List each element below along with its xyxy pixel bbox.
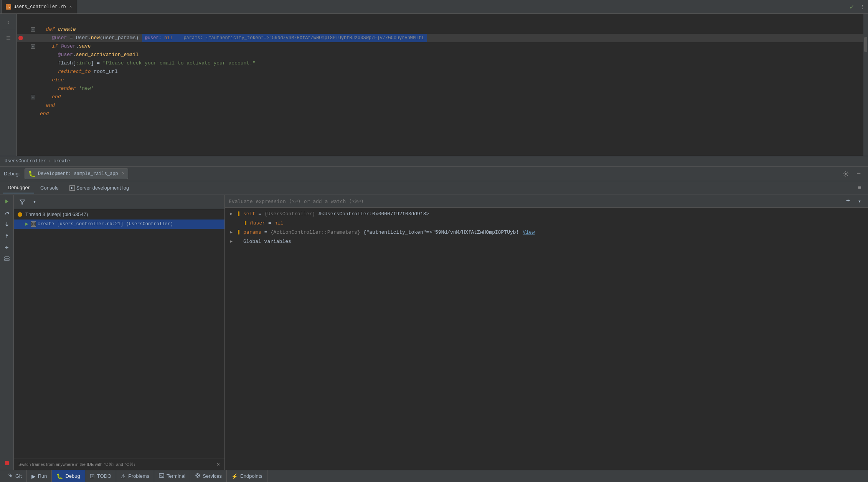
session-name: Development: sample_rails_app bbox=[38, 171, 118, 177]
debug-session-tab[interactable]: 🐛 Development: sample_rails_app × bbox=[25, 168, 128, 179]
vcs-icon[interactable]: ↕ bbox=[3, 17, 14, 28]
code-text: redirect_to root_url bbox=[34, 68, 868, 76]
var-eq: = bbox=[258, 211, 261, 217]
eval-add-button[interactable]: + bbox=[843, 196, 853, 206]
breadcrumb-bar: UsersController › create bbox=[0, 156, 868, 167]
status-git[interactable]: Git bbox=[3, 470, 27, 482]
debug-toolbar: Debug: 🐛 Development: sample_rails_app ×… bbox=[0, 167, 868, 181]
step-into-icon[interactable] bbox=[2, 220, 12, 229]
tab-close-button[interactable]: × bbox=[68, 4, 73, 10]
switch-frames-notice: Switch frames from anywhere in the IDE w… bbox=[14, 459, 224, 470]
thread-status-dot bbox=[18, 212, 22, 217]
var-type-icon bbox=[236, 211, 242, 216]
frame-item[interactable]: create [users_controller.rb:21] (UsersCo… bbox=[14, 220, 224, 229]
debug-minimize-button[interactable]: − bbox=[853, 168, 864, 179]
tab-bar-actions: ✓ bbox=[850, 3, 857, 11]
line-gutter: − bbox=[17, 93, 34, 101]
run-to-cursor-icon[interactable] bbox=[2, 243, 12, 253]
stop-icon[interactable] bbox=[2, 458, 12, 468]
step-over-icon[interactable] bbox=[2, 208, 12, 218]
tab-list-icon[interactable]: ≡ bbox=[854, 183, 865, 193]
debug-panel: Debugger Console ▶ Server development lo… bbox=[0, 181, 868, 470]
thread-item[interactable]: Thread 3 [sleep] (pid 63547) bbox=[14, 209, 224, 220]
line-gutter bbox=[17, 68, 34, 76]
code-line: render 'new' bbox=[17, 84, 868, 93]
debug-label: Debug: bbox=[4, 171, 20, 177]
tab-debugger[interactable]: Debugger bbox=[3, 182, 34, 193]
code-text: end bbox=[34, 101, 868, 110]
code-editor[interactable]: − def create @user = User.new(user_param… bbox=[17, 14, 868, 156]
code-text: flash[:info] = "Please check your email … bbox=[34, 59, 868, 68]
more-tabs-button[interactable]: ⋮ bbox=[857, 4, 868, 10]
filter-threads-button[interactable] bbox=[17, 196, 28, 207]
code-line: flash[:info] = "Please check your email … bbox=[17, 59, 868, 68]
left-toolbar: ↕ bbox=[0, 14, 17, 156]
var-name-self: self bbox=[243, 211, 255, 217]
breakpoint-line: @user = User.new(user_params) @user: nil… bbox=[17, 34, 868, 42]
debug-settings-button[interactable] bbox=[840, 168, 851, 179]
editor-area: ↕ − def create bbox=[0, 14, 868, 156]
variable-item-self[interactable]: ▶ self = {UsersController} #<UsersContro… bbox=[225, 209, 868, 218]
debug-toolbar-actions: − bbox=[840, 168, 864, 179]
tab-bar: rb users_controller.rb × ✓ ⋮ bbox=[0, 0, 868, 14]
expand-icon[interactable]: ▶ bbox=[229, 239, 234, 244]
breadcrumb-action[interactable]: create bbox=[53, 158, 70, 164]
session-icon: 🐛 bbox=[28, 170, 36, 178]
view-link-button[interactable]: View bbox=[523, 229, 535, 235]
code-line: − end bbox=[17, 93, 868, 101]
breadcrumb-controller[interactable]: UsersController bbox=[5, 158, 46, 164]
line-gutter bbox=[17, 51, 34, 59]
line-gutter bbox=[17, 101, 34, 110]
status-todo[interactable]: ☑ TODO bbox=[85, 470, 116, 482]
eval-dropdown-button[interactable]: ▾ bbox=[855, 196, 864, 206]
tab-server-log[interactable]: ▶ Server development log bbox=[65, 183, 134, 193]
server-log-icon: ▶ bbox=[69, 185, 75, 191]
frame-play-icon bbox=[25, 222, 29, 226]
status-problems[interactable]: ⚠ Problems bbox=[116, 470, 154, 482]
variable-item-globals[interactable]: ▶ Global variables bbox=[225, 237, 868, 246]
expand-icon[interactable]: ▶ bbox=[229, 211, 234, 216]
fold-all-icon[interactable] bbox=[3, 33, 14, 43]
var-value-self: #<UsersController:0x00007f92f03dd918> bbox=[318, 211, 429, 217]
var-value-params: {"authenticity_token"=>"59Nd/vnM/HXfAtZw… bbox=[363, 229, 519, 235]
status-run[interactable]: ▶ Run bbox=[27, 470, 52, 482]
frame-label: create [users_controller.rb:21] (UsersCo… bbox=[38, 221, 173, 227]
ruby-file-icon: rb bbox=[6, 4, 11, 10]
services-icon bbox=[195, 473, 200, 479]
variable-item-user[interactable]: @user = nil bbox=[225, 218, 868, 228]
notice-close-button[interactable]: × bbox=[217, 461, 220, 467]
status-debug[interactable]: 🐛 Debug bbox=[52, 470, 85, 482]
fold-icon[interactable]: − bbox=[31, 44, 35, 49]
fold-icon[interactable]: − bbox=[31, 27, 35, 32]
breakpoint-dot[interactable] bbox=[18, 36, 23, 40]
fold-icon[interactable]: − bbox=[31, 95, 35, 99]
line-gutter bbox=[17, 59, 34, 68]
editor-tab-users-controller[interactable]: rb users_controller.rb × bbox=[2, 0, 77, 13]
frames-icon[interactable] bbox=[2, 254, 12, 264]
line-gutter bbox=[17, 110, 34, 118]
debug-content: ▼ Thread 3 [sleep] (pid 63547) bbox=[0, 195, 868, 470]
breadcrumb-separator: › bbox=[48, 158, 51, 164]
status-terminal[interactable]: Terminal bbox=[154, 470, 190, 482]
expand-icon[interactable]: ▶ bbox=[229, 229, 234, 235]
expand-icon bbox=[236, 220, 241, 226]
thread-label: Thread 3 [sleep] (pid 63547) bbox=[25, 211, 88, 217]
thread-dropdown-button[interactable]: ▼ bbox=[29, 196, 40, 207]
code-text: if @user.save bbox=[34, 42, 868, 51]
svg-marker-12 bbox=[25, 223, 28, 226]
debugger-tab-label: Debugger bbox=[8, 185, 30, 190]
svg-rect-9 bbox=[5, 259, 9, 261]
step-out-icon[interactable] bbox=[2, 231, 12, 241]
status-services[interactable]: Services bbox=[190, 470, 227, 482]
scroll-indicator[interactable] bbox=[863, 14, 868, 156]
variable-item-params[interactable]: ▶ params = {ActionController::Parameters… bbox=[225, 228, 868, 237]
scroll-thumb[interactable] bbox=[864, 37, 867, 52]
resume-icon[interactable] bbox=[2, 196, 12, 206]
line-gutter: − bbox=[17, 25, 34, 34]
server-log-label: Server development log bbox=[76, 185, 129, 191]
code-text: @user.send_activation_email bbox=[34, 51, 868, 59]
eval-input[interactable] bbox=[229, 198, 841, 204]
session-close[interactable]: × bbox=[122, 171, 125, 177]
tab-console[interactable]: Console bbox=[36, 183, 63, 193]
status-endpoints[interactable]: ⚡ Endpoints bbox=[227, 470, 267, 482]
